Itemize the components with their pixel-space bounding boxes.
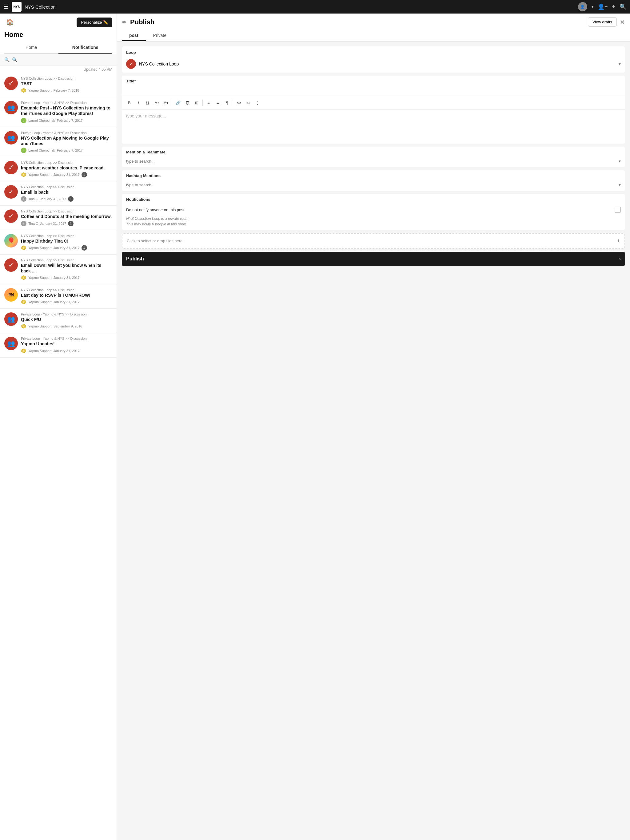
feed-category: NYS Collection Loop >> Discussion — [21, 77, 112, 80]
list-item[interactable]: 👥 Private Loop - Yapmo & NYS >> Discussi… — [0, 309, 117, 333]
right-header: ✒ Publish View drafts ✕ post Private — [117, 14, 630, 41]
list-item[interactable]: ✓ NYS Collection Loop >> Discussion Coff… — [0, 206, 117, 230]
feed-title: Email is back! — [21, 189, 112, 195]
svg-text:Y: Y — [23, 174, 25, 176]
feed-title: NYS Collection App Moving to Google Play… — [21, 135, 112, 146]
paragraph-button[interactable]: ¶ — [223, 98, 231, 107]
italic-button[interactable]: i — [134, 98, 143, 107]
loop-selector[interactable]: ✓ NYS Collection Loop ▾ — [122, 57, 625, 73]
feed-badge: 1 — [68, 196, 73, 202]
loop-label: Loop — [122, 46, 625, 57]
feed-category: Private Loop - Yapmo & NYS >> Discussion — [21, 101, 112, 104]
feed-meta: Y Yapmo Support January 31, 2017 1 — [21, 245, 112, 251]
home-icon[interactable]: 🏠 — [4, 17, 15, 28]
list-item[interactable]: 👥 Private Loop - Yapmo & NYS >> Discussi… — [0, 97, 117, 127]
feed-title: Last day to RSVP is TOMORROW! — [21, 292, 112, 298]
loop-section: Loop ✓ NYS Collection Loop ▾ — [122, 46, 625, 73]
feed-content: NYS Collection Loop >> Discussion Happy … — [21, 234, 112, 251]
right-title-row: ✒ Publish — [122, 18, 154, 26]
feed-meta: T Tina C January 31, 2017 1 — [21, 196, 112, 202]
ordered-list-button[interactable]: ≡ — [204, 98, 213, 107]
feed-category: Private Loop - Yapmo & NYS >> Discussion — [21, 313, 112, 316]
underline-button[interactable]: U — [143, 98, 152, 107]
hashtag-input[interactable] — [126, 183, 619, 187]
yapmo-logo-icon: Y — [21, 348, 27, 354]
yapmo-logo-icon: Y — [21, 275, 27, 280]
code-button[interactable]: <> — [235, 98, 243, 107]
add-person-icon[interactable]: 👤+ — [598, 3, 608, 10]
list-item[interactable]: ✓ NYS Collection Loop >> Discussion Emai… — [0, 254, 117, 284]
font-size-button[interactable]: A↕ — [153, 98, 161, 107]
list-item[interactable]: ✓ NYS Collection Loop >> Discussion Impo… — [0, 157, 117, 182]
link-button[interactable]: 🔗 — [174, 98, 182, 107]
notifications-label: Notifications — [122, 194, 625, 204]
feed-title: Happy Birthday Tina C! — [21, 238, 112, 244]
personalize-button[interactable]: Home Personalize ✏️ — [77, 17, 112, 27]
notify-row: Do not notify anyone on this post — [122, 204, 625, 216]
svg-text:Y: Y — [23, 277, 25, 279]
feed-badge: 1 — [82, 245, 87, 251]
feed-badge: 1 — [82, 172, 87, 177]
mention-dropdown[interactable]: ▾ — [122, 156, 625, 167]
upload-label: Click to select or drop files here — [127, 238, 182, 243]
notify-checkbox[interactable] — [615, 207, 621, 213]
publish-button[interactable]: Publish › — [122, 252, 625, 266]
avatar: 🍽 — [4, 288, 18, 302]
upload-icon: ⬆ — [617, 238, 620, 243]
list-item[interactable]: 🎈 NYS Collection Loop >> Discussion Happ… — [0, 230, 117, 254]
emoji-button[interactable]: ☺ — [244, 98, 253, 107]
notify-info: NYS Collection Loop is a private room Th… — [122, 216, 625, 230]
app-logo: NYS — [12, 2, 22, 12]
feed-meta: L Laurel Cherochak February 7, 2017 — [21, 148, 112, 153]
title-section: Title* B i U A↕ A▾ 🔗 🖼 ⊞ ≡ ≣ ¶ — [122, 76, 625, 144]
view-drafts-button[interactable]: View drafts — [588, 17, 617, 27]
table-button[interactable]: ⊞ — [192, 98, 201, 107]
menu-icon[interactable]: ☰ — [4, 3, 9, 10]
upload-section[interactable]: Click to select or drop files here ⬆ — [122, 233, 625, 249]
chevron-down-icon[interactable]: ▾ — [592, 5, 594, 9]
list-item[interactable]: 🍽 NYS Collection Loop >> Discussion Last… — [0, 284, 117, 309]
main-content: 🏠 Home Personalize ✏️ Home Home Notifica… — [0, 14, 630, 840]
avatar: 👥 — [4, 313, 18, 326]
feed-meta: Y Yapmo Support January 31, 2017 — [21, 348, 112, 354]
tab-post[interactable]: post — [122, 30, 146, 41]
loop-icon: ✓ — [126, 59, 136, 69]
toolbar-divider — [203, 99, 203, 106]
app-name: NYS Collection — [25, 4, 575, 9]
more-button[interactable]: ⋮ — [253, 98, 262, 107]
feed-meta: L Laurel Cherochak February 7, 2017 — [21, 118, 112, 123]
tab-notifications[interactable]: Notifications — [59, 42, 112, 54]
feed-meta: Y Yapmo Support January 31, 2017 1 — [21, 172, 112, 177]
tab-private[interactable]: Private — [146, 30, 174, 41]
search-input[interactable] — [12, 57, 112, 62]
bold-button[interactable]: B — [125, 98, 133, 107]
add-icon[interactable]: + — [612, 4, 615, 10]
image-button[interactable]: 🖼 — [183, 98, 192, 107]
close-button[interactable]: ✕ — [620, 19, 625, 26]
feed-title: Quick F/U — [21, 317, 112, 322]
feed-category: NYS Collection Loop >> Discussion — [21, 185, 112, 189]
hashtag-dropdown[interactable]: ▾ — [122, 180, 625, 191]
unordered-list-button[interactable]: ≣ — [214, 98, 222, 107]
user-avatar[interactable]: 👤 — [578, 2, 587, 11]
right-panel: ✒ Publish View drafts ✕ post Private Loo… — [117, 14, 630, 840]
tab-home[interactable]: Home — [4, 42, 59, 54]
search-icon[interactable]: 🔍 — [619, 3, 626, 10]
avatar: ✓ — [4, 209, 18, 223]
yapmo-logo-icon: Y — [21, 172, 27, 177]
search-bar: 🔍 — [0, 54, 117, 65]
font-color-button[interactable]: A▾ — [162, 98, 171, 107]
mention-input[interactable] — [126, 159, 619, 164]
message-area[interactable]: type your message... — [122, 110, 625, 141]
list-item[interactable]: ✓ NYS Collection Loop >> Discussion Emai… — [0, 182, 117, 206]
list-item[interactable]: 👥 Private Loop - Yapmo & NYS >> Discussi… — [0, 127, 117, 157]
feed-category: Private Loop - Yapmo & NYS >> Discussion — [21, 131, 112, 135]
title-input[interactable] — [122, 85, 625, 96]
feed-content: NYS Collection Loop >> Discussion Email … — [21, 258, 112, 280]
list-item[interactable]: 👥 Private Loop - Yapmo & NYS >> Discussi… — [0, 333, 117, 357]
feed-content: Private Loop - Yapmo & NYS >> Discussion… — [21, 313, 112, 329]
nav-icons: 👤 ▾ 👤+ + 🔍 — [578, 2, 626, 11]
search-icon: 🔍 — [4, 57, 9, 62]
list-item[interactable]: ✓ NYS Collection Loop >> Discussion TEST… — [0, 73, 117, 97]
hashtag-label: Hashtag Mentions — [122, 171, 625, 180]
